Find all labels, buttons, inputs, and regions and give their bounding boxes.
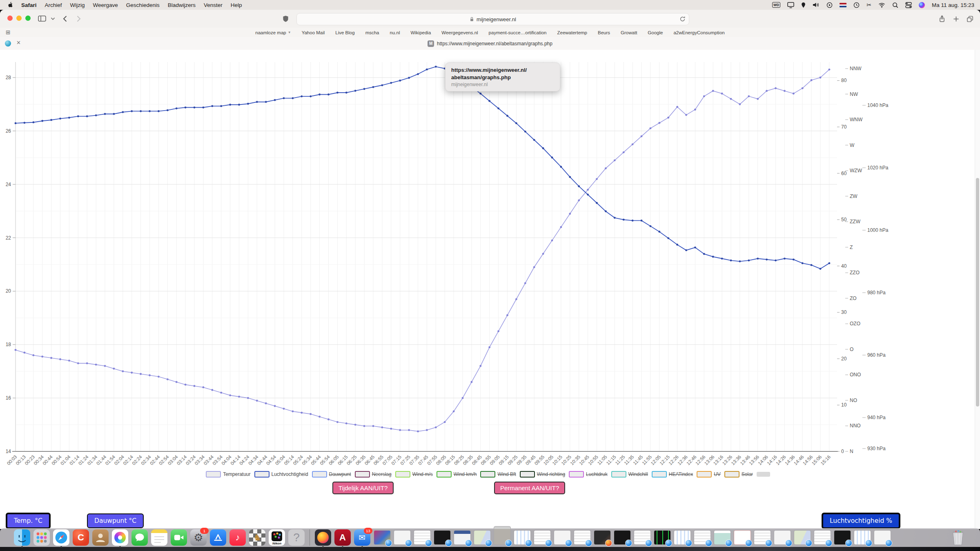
temperatuur-point[interactable] [185, 384, 187, 386]
luchtvochtigheid-point[interactable] [283, 97, 285, 99]
temperatuur-point[interactable] [578, 200, 580, 202]
minimized-window[interactable] [594, 530, 611, 545]
temperatuur-point[interactable] [354, 424, 356, 426]
temperatuur-point[interactable] [41, 355, 43, 358]
temperatuur-point[interactable] [283, 408, 285, 410]
luchtvochtigheid-point[interactable] [811, 264, 813, 266]
temperatuur-point[interactable] [435, 427, 437, 429]
luchtvochtigheid-point[interactable] [641, 220, 643, 222]
legend-item-neerslag[interactable]: Neerslag [355, 471, 392, 478]
luchtvochtigheid-point[interactable] [95, 114, 97, 116]
temperatuur-point[interactable] [641, 136, 643, 138]
luchtvochtigheid-point[interactable] [569, 176, 571, 178]
close-window-button[interactable] [7, 16, 13, 21]
luchtvochtigheid-point[interactable] [194, 107, 196, 109]
sidebar-icon[interactable] [38, 15, 47, 23]
temperatuur-point[interactable] [614, 159, 616, 161]
location-icon[interactable] [801, 2, 806, 8]
minimized-window[interactable] [454, 530, 471, 545]
temperatuur-point[interactable] [345, 422, 347, 424]
temperatuur-point[interactable] [658, 122, 660, 124]
wd-icon[interactable]: WD [772, 2, 780, 8]
luchtvochtigheid-point[interactable] [650, 225, 652, 227]
new-tab-icon[interactable] [951, 15, 960, 23]
temperatuur-point[interactable] [77, 362, 79, 364]
temperatuur-point[interactable] [86, 362, 88, 364]
bookmark-beurs[interactable]: Beurs [598, 30, 610, 35]
chart-svg[interactable]: 282624222018161400:0300:1300:2300:3400:4… [0, 60, 980, 473]
legend-item-wind-richting[interactable]: Wind richting [520, 471, 565, 478]
temperatuur-point[interactable] [793, 93, 795, 95]
luchtvochtigheid-point[interactable] [41, 120, 43, 122]
luchtvochtigheid-point[interactable] [354, 90, 356, 92]
dock-app-launchpad[interactable] [33, 529, 50, 546]
temperatuur-point[interactable] [363, 425, 365, 427]
luchtvochtigheid-point[interactable] [86, 115, 88, 117]
temperatuur-series[interactable] [16, 69, 829, 431]
menu-venster[interactable]: Venster [204, 2, 223, 8]
temperatuur-point[interactable] [265, 402, 267, 404]
luchtvochtigheid-point[interactable] [802, 262, 804, 264]
dock-app-help[interactable]: ? [288, 529, 305, 546]
pinned-tab-favicon[interactable] [5, 40, 11, 47]
legend-item-wind-bft[interactable]: Wind Bft [480, 471, 516, 478]
temperatuur-point[interactable] [238, 395, 240, 398]
dock-app-nikon[interactable]: Nikon [269, 529, 285, 546]
minimized-window[interactable] [614, 530, 631, 545]
temperatuur-point[interactable] [703, 95, 705, 97]
play-icon[interactable] [826, 2, 833, 8]
temperatuur-point[interactable] [453, 410, 455, 412]
temperatuur-point[interactable] [721, 93, 723, 95]
minimized-window[interactable] [814, 530, 831, 545]
luchtvochtigheid-point[interactable] [238, 104, 240, 106]
temperatuur-point[interactable] [479, 365, 481, 367]
luchtvochtigheid-point[interactable] [256, 101, 258, 103]
temperatuur-point[interactable] [327, 418, 330, 420]
luchtvochtigheid-point[interactable] [301, 96, 303, 98]
luchtvochtigheid-point[interactable] [614, 217, 616, 219]
weather-chart[interactable]: 282624222018161400:0300:1300:2300:3400:4… [0, 60, 980, 473]
forward-button[interactable] [74, 15, 83, 23]
luchtvochtigheid-point[interactable] [122, 111, 124, 113]
temperatuur-point[interactable] [757, 98, 759, 100]
temperatuur-point[interactable] [68, 360, 70, 362]
temperatuur-point[interactable] [667, 117, 669, 119]
chevron-down-icon[interactable] [48, 15, 57, 23]
menu-clock[interactable]: Ma 11 aug. 15:23 [932, 2, 974, 8]
temperatuur-point[interactable] [417, 431, 419, 433]
dock-app-ccleaner[interactable]: C [73, 529, 89, 546]
temperatuur-point[interactable] [462, 397, 464, 399]
temperatuur-point[interactable] [113, 368, 115, 370]
legend-item-windchill[interactable]: Windchill [611, 471, 648, 478]
temperatuur-point[interactable] [167, 378, 169, 380]
temperatuur-point[interactable] [739, 103, 741, 105]
luchtvochtigheid-point[interactable] [551, 157, 553, 159]
temperatuur-point[interactable] [542, 253, 544, 255]
minimized-window[interactable] [834, 530, 851, 545]
temperatuur-point[interactable] [632, 143, 634, 145]
legend-item-heatindex[interactable]: HEATindex [652, 471, 693, 478]
luchtvochtigheid-point[interactable] [542, 147, 544, 149]
temperatuur-point[interactable] [256, 400, 258, 402]
tab-overview-icon[interactable] [965, 15, 974, 23]
temperatuur-point[interactable] [104, 365, 106, 367]
luchtvochtigheid-point[interactable] [50, 119, 52, 121]
temperatuur-point[interactable] [15, 349, 17, 351]
luchtvochtigheid-point[interactable] [247, 103, 249, 105]
luchtvochtigheid-point[interactable] [703, 253, 705, 255]
temperatuur-point[interactable] [623, 151, 625, 153]
temperatuur-point[interactable] [820, 77, 822, 79]
luchtvochtigheid-point[interactable] [310, 96, 312, 98]
zoom-window-button[interactable] [25, 16, 31, 21]
bookmark-weergegevens-nl[interactable]: Weergegevens.nl [441, 30, 478, 35]
luchtvochtigheid-point[interactable] [497, 107, 499, 109]
menu-weergave[interactable]: Weergave [93, 2, 118, 8]
luchtvochtigheid-point[interactable] [229, 104, 231, 106]
temperatuur-point[interactable] [515, 298, 517, 300]
luchtvochtigheid-point[interactable] [658, 231, 660, 233]
minimized-window[interactable] [494, 526, 511, 545]
privacy-shield-icon[interactable] [281, 15, 290, 23]
bookmark-a2wenergyconsumption[interactable]: a2wEnergyConsumption [673, 30, 724, 35]
luchtvochtigheid-point[interactable] [167, 109, 169, 111]
luchtvochtigheid-point[interactable] [158, 110, 160, 112]
